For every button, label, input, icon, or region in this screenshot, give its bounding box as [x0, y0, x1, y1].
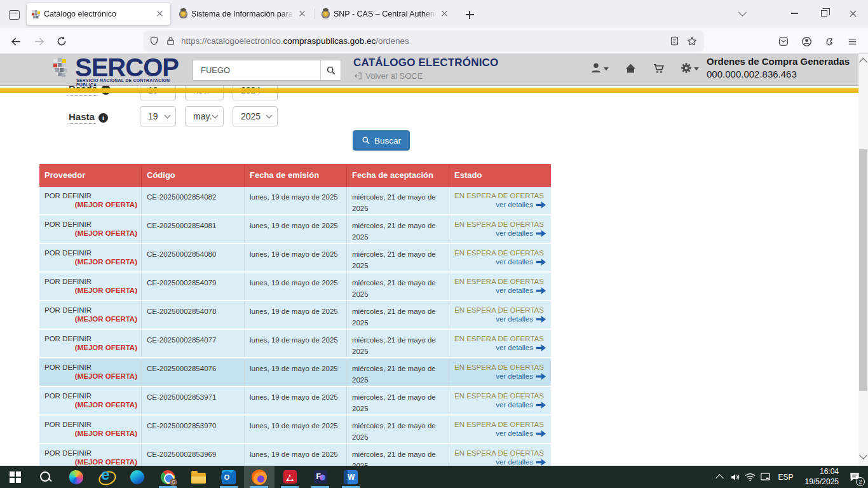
- cart-button[interactable]: [652, 62, 665, 75]
- restore-icon: [821, 10, 827, 17]
- details-link[interactable]: ver detalles: [496, 401, 533, 409]
- tab-close-icon[interactable]: [440, 9, 450, 19]
- volume-button[interactable]: [728, 466, 743, 488]
- details-arrow-icon[interactable]: [536, 402, 546, 409]
- column-header-estado[interactable]: Estado: [449, 164, 551, 187]
- to-month-select[interactable]: may.: [185, 106, 224, 126]
- details-link[interactable]: ver detalles: [496, 372, 533, 380]
- tab-catalogo-electronico[interactable]: Catálogo electrónico: [27, 3, 170, 25]
- notification-center-button[interactable]: 2: [845, 466, 864, 488]
- taskbar-firefox-button[interactable]: [244, 466, 275, 488]
- url-bar[interactable]: https://catalogoelectronico.compraspubli…: [144, 30, 704, 51]
- details-arrow-icon[interactable]: [536, 259, 546, 266]
- order-row[interactable]: POR DEFINIR (MEJOR OFERTA) CE-2025000285…: [39, 387, 551, 416]
- column-header-proveedor[interactable]: Proveedor: [39, 164, 142, 187]
- taskbar-word-button[interactable]: [336, 466, 366, 488]
- details-link[interactable]: ver detalles: [496, 229, 533, 237]
- bookmark-star-icon[interactable]: [686, 36, 698, 47]
- details-link[interactable]: ver detalles: [496, 344, 533, 351]
- tab-sistema-informacion[interactable]: Sistema de Información para lo: [174, 3, 313, 25]
- network-button[interactable]: [743, 466, 758, 488]
- details-arrow-icon[interactable]: [536, 373, 546, 380]
- user-menu-button[interactable]: [590, 62, 609, 74]
- pocket-button[interactable]: [774, 32, 793, 51]
- column-header-fecha-aceptacion[interactable]: Fecha de aceptación: [347, 164, 449, 187]
- taskbar-acrobat-button[interactable]: [275, 466, 305, 488]
- details-link[interactable]: ver detalles: [496, 458, 533, 466]
- column-header-fecha-emision[interactable]: Fecha de emisión: [245, 164, 347, 187]
- order-row[interactable]: POR DEFINIR (MEJOR OFERTA) CE-2025000285…: [39, 330, 551, 358]
- details-arrow-icon[interactable]: [536, 287, 546, 294]
- menu-button[interactable]: [843, 32, 862, 51]
- start-icon: [10, 471, 21, 483]
- list-all-tabs-button[interactable]: [728, 0, 757, 27]
- clock[interactable]: 16:04 19/5/2025: [799, 467, 845, 487]
- order-row[interactable]: POR DEFINIR (MEJOR OFERTA) CE-2025000285…: [39, 416, 551, 444]
- order-row[interactable]: POR DEFINIR (MEJOR OFERTA) CE-2025000285…: [39, 273, 551, 301]
- status-text: EN ESPERA DE OFERTAS: [449, 387, 551, 400]
- page-scrollbar[interactable]: [858, 54, 868, 466]
- order-row[interactable]: POR DEFINIR (MEJOR OFERTA) CE-2025000285…: [39, 301, 551, 330]
- details-arrow-icon[interactable]: [536, 201, 546, 208]
- close-button[interactable]: [839, 0, 867, 27]
- catalog-search-input[interactable]: [193, 60, 320, 80]
- details-link[interactable]: ver detalles: [496, 258, 533, 266]
- taskbar-copilot-button[interactable]: [61, 466, 92, 488]
- catalog-search-button[interactable]: [320, 60, 341, 80]
- details-link[interactable]: ver detalles: [496, 430, 533, 437]
- new-tab-button[interactable]: [461, 6, 478, 23]
- reload-button[interactable]: [52, 32, 71, 51]
- taskbar-chrome-button[interactable]: [153, 466, 183, 488]
- taskbar-internet-explorer-button[interactable]: [92, 466, 122, 488]
- acrobat-icon: [283, 470, 297, 484]
- taskbar-start-button[interactable]: [0, 466, 31, 488]
- taskbar-outlook-button[interactable]: [214, 466, 244, 488]
- order-row[interactable]: POR DEFINIR (MEJOR OFERTA) CE-2025000285…: [39, 215, 551, 244]
- firefox-view-button[interactable]: [5, 6, 23, 23]
- column-header-codigo[interactable]: Código: [142, 164, 245, 187]
- info-icon[interactable]: [98, 113, 108, 123]
- details-link[interactable]: ver detalles: [496, 201, 533, 208]
- settings-menu-button[interactable]: [680, 62, 699, 74]
- restore-button[interactable]: [810, 0, 838, 27]
- details-link[interactable]: ver detalles: [496, 315, 533, 323]
- taskbar-search-button[interactable]: [31, 466, 61, 488]
- tab-snp-cas[interactable]: SNP - CAS – Central Authentica: [316, 3, 455, 25]
- reader-mode-icon[interactable]: [669, 36, 680, 46]
- tablet-mode-button[interactable]: [758, 466, 773, 488]
- taskbar-edge-button[interactable]: [122, 466, 153, 488]
- details-link[interactable]: ver detalles: [496, 287, 533, 294]
- provider-name: POR DEFINIR: [39, 416, 141, 428]
- tab-close-icon[interactable]: [155, 9, 165, 19]
- order-row[interactable]: POR DEFINIR (MEJOR OFERTA) CE-2025000285…: [39, 444, 551, 466]
- details-arrow-icon[interactable]: [536, 316, 546, 323]
- scroll-up-arrow[interactable]: [859, 58, 867, 66]
- details-arrow-icon[interactable]: [536, 344, 546, 351]
- order-row[interactable]: POR DEFINIR (MEJOR OFERTA) CE-2025000285…: [39, 187, 551, 215]
- search-submit-button[interactable]: Buscar: [353, 130, 410, 151]
- order-row[interactable]: POR DEFINIR (MEJOR OFERTA) CE-2025000285…: [39, 358, 551, 387]
- home-button[interactable]: [624, 62, 637, 75]
- minimize-button[interactable]: [780, 0, 809, 27]
- taskbar-feo-app-button[interactable]: [305, 466, 336, 488]
- back-to-soce-link[interactable]: Volver al SOCE: [353, 71, 423, 81]
- scroll-down-arrow[interactable]: [859, 451, 867, 459]
- to-year-select[interactable]: 2025: [233, 106, 278, 126]
- hamburger-icon: [847, 36, 858, 47]
- forward-button[interactable]: [29, 32, 48, 51]
- extensions-button[interactable]: [820, 32, 839, 51]
- details-arrow-icon[interactable]: [536, 230, 546, 237]
- order-row[interactable]: POR DEFINIR (MEJOR OFERTA) CE-2025000285…: [39, 244, 551, 273]
- ecuador-coat-favicon: [179, 10, 187, 18]
- back-button[interactable]: [6, 32, 25, 51]
- language-indicator[interactable]: ESP: [773, 473, 799, 482]
- to-day-select[interactable]: 19: [140, 106, 176, 126]
- details-arrow-icon[interactable]: [536, 459, 546, 466]
- url-text[interactable]: https://catalogoelectronico.compraspubli…: [181, 36, 669, 46]
- details-arrow-icon[interactable]: [536, 430, 546, 437]
- account-button[interactable]: [797, 32, 816, 51]
- taskbar-file-explorer-button[interactable]: [183, 466, 214, 488]
- tray-expand-button[interactable]: [712, 466, 728, 488]
- scrollbar-thumb[interactable]: [859, 149, 867, 391]
- tab-close-icon[interactable]: [297, 9, 308, 19]
